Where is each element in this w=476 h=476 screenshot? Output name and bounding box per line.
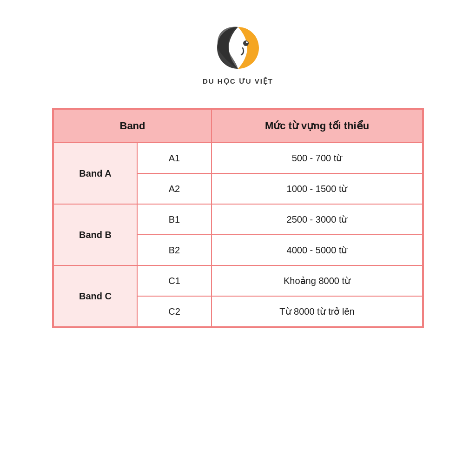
band-c1-value: Khoảng 8000 từ: [212, 265, 423, 296]
band-b-group: Band B: [53, 204, 137, 265]
band-b2-cell: B2: [137, 235, 212, 265]
band-c2-value: Từ 8000 từ trở lên: [212, 296, 423, 327]
table-row: Band B B1 2500 - 3000 từ: [53, 204, 423, 235]
data-table-container: Band Mức từ vựng tối thiểu Band A A1 500…: [52, 108, 424, 328]
logo-section: DU HỌC ƯU VIỆT: [203, 22, 273, 86]
vocabulary-table: Band Mức từ vựng tối thiểu Band A A1 500…: [53, 109, 423, 327]
band-b2-value: 4000 - 5000 từ: [212, 235, 423, 265]
band-a2-value: 1000 - 1500 từ: [212, 173, 423, 204]
table-row: Band A A1 500 - 700 từ: [53, 143, 423, 173]
band-b1-cell: B1: [137, 204, 212, 235]
svg-point-0: [243, 40, 249, 46]
table-row: Band C C1 Khoảng 8000 từ: [53, 265, 423, 296]
band-c2-cell: C2: [137, 296, 212, 327]
logo-icon: [212, 22, 264, 73]
band-a1-value: 500 - 700 từ: [212, 143, 423, 173]
header-band: Band: [53, 109, 212, 143]
band-b1-value: 2500 - 3000 từ: [212, 204, 423, 235]
brand-name: DU HỌC ƯU VIỆT: [203, 77, 273, 86]
svg-point-1: [246, 41, 248, 43]
band-a-group: Band A: [53, 143, 137, 204]
band-c1-cell: C1: [137, 265, 212, 296]
band-a1-cell: A1: [137, 143, 212, 173]
header-vocabulary: Mức từ vựng tối thiểu: [212, 109, 423, 143]
band-c-group: Band C: [53, 265, 137, 327]
band-a2-cell: A2: [137, 173, 212, 204]
